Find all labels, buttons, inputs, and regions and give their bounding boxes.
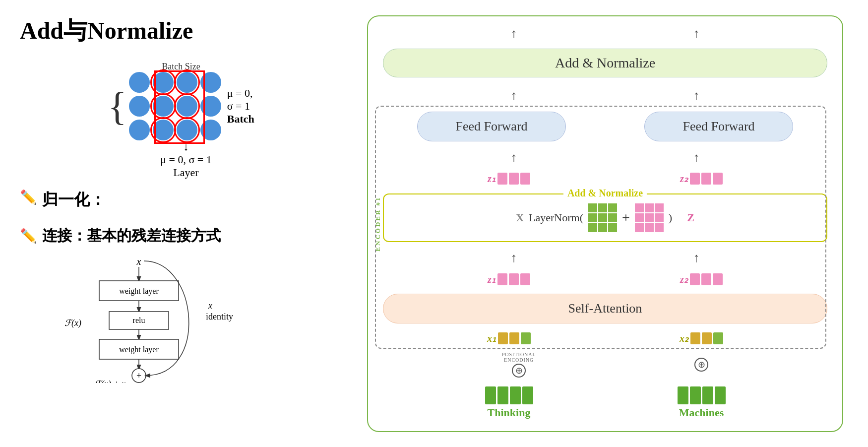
pos-enc-item-1: POSITIONALENCODING ⊕ (502, 352, 536, 378)
up-arrow-2: ↑ (693, 26, 700, 41)
layernorm-plus: + (622, 210, 630, 226)
x-label: X (516, 211, 524, 224)
batch-visualization: Batch Size { (35, 62, 327, 179)
x2-sa-b1 (690, 332, 700, 344)
grid-cell (177, 120, 197, 140)
top-arrows: ↑ ↑ (383, 26, 827, 41)
feed-forward-box-2: Feed Forward (644, 112, 793, 141)
z2-block-group-bot: z₂ (680, 273, 723, 285)
svg-text:ℱ(x): ℱ(x) (64, 318, 81, 328)
thinking-group: Thinking (485, 386, 533, 419)
thinking-b3 (510, 386, 521, 404)
connect-title: 连接：基本的残差连接方式 (42, 226, 221, 246)
sigma-one: σ = 1 (227, 100, 254, 113)
left-panel: Add与Normalize Batch Size { (0, 0, 347, 447)
x1-sa-label: x₁ (487, 332, 496, 344)
z1-block-2 (509, 173, 519, 185)
z1-blocks-bot (497, 273, 530, 285)
pencil-icon: ✏️ (20, 189, 37, 205)
add-normalize-top-label: Add & Normalize (555, 55, 655, 70)
svg-text:weight layer: weight layer (119, 287, 159, 296)
m-cell (655, 203, 664, 212)
grid-cell (200, 96, 221, 117)
z-blocks-bottom: z₁ z₂ (383, 273, 827, 285)
up-arrow-3: ↑ (511, 88, 517, 103)
x-matrix (588, 203, 617, 232)
m-cell (608, 213, 617, 222)
x2-sa-b3 (713, 332, 723, 344)
grid-cell (153, 120, 174, 140)
m-cell (608, 203, 617, 212)
up-arrow-8: ↑ (693, 251, 700, 265)
add-normalize-mid-label: Add & Normalize (563, 188, 647, 199)
machines-b1 (678, 386, 688, 404)
z1-block-3 (520, 173, 530, 185)
thinking-b1 (485, 386, 496, 404)
up-arrow-5: ↑ (511, 150, 517, 165)
brace-grid-row: { (108, 72, 254, 140)
z1-block-group-top: z₁ (488, 173, 530, 185)
layernorm-text: LayerNorm( (529, 211, 583, 224)
feed-forward-label-1: Feed Forward (455, 119, 527, 133)
thinking-blocks (485, 386, 533, 404)
add-normalize-top: Add & Normalize (383, 49, 827, 77)
residual-section: ✏️ 连接：基本的残差连接方式 x weight layer relu (20, 226, 327, 385)
z2-label-top: z₂ (680, 173, 688, 185)
svg-text:identity: identity (206, 312, 233, 321)
z2-block-b1 (690, 273, 700, 285)
machines-blocks (678, 386, 726, 404)
z1-block-group-bot: z₁ (488, 273, 530, 285)
pos-enc-label-1: POSITIONALENCODING (502, 352, 536, 363)
m-cell (635, 203, 644, 212)
page-title: Add与Normalize (20, 15, 327, 47)
self-attention-box: Self-Attention (383, 294, 827, 323)
thinking-label: Thinking (488, 406, 531, 419)
normalize-label: 归一化： (42, 189, 106, 211)
grid-cell (177, 96, 197, 117)
m-cell (645, 223, 654, 232)
grid-4x3 (129, 72, 221, 140)
svg-text:x: x (136, 256, 141, 267)
pos-enc-row: POSITIONALENCODING ⊕ ⊕ (383, 352, 827, 378)
feed-forward-row: Feed Forward Feed Forward (383, 112, 827, 141)
z-label-mid: Z (687, 211, 694, 224)
arrows-below-ff: ↑ ↑ (383, 150, 827, 165)
x-blocks-sa: x₁ x₂ (383, 332, 827, 344)
arrows-above-z-blocks: ↑ ↑ (383, 251, 827, 265)
encoder-label: ENCODER #1 (374, 196, 382, 251)
down-arrow-area: ↓ μ = 0, σ = 1 Layer (160, 140, 211, 179)
grid-cell (200, 120, 221, 140)
z1-label-bot: z₁ (488, 273, 496, 285)
svg-text:+: + (136, 371, 141, 381)
feed-forward-box-1: Feed Forward (417, 112, 566, 141)
z1-block-1 (497, 173, 507, 185)
batch-word: Batch (227, 113, 254, 126)
pos-enc-item-2: ⊕ (694, 358, 708, 372)
z2-blocks-top (690, 173, 723, 185)
machines-label: Machines (679, 406, 724, 419)
m-cell (655, 223, 664, 232)
add-normalize-mid: Add & Normalize X LayerNorm( + (383, 193, 827, 242)
x2-sa-b2 (702, 332, 712, 344)
x1-sa-blocks (498, 332, 531, 344)
mu-sigma-values: μ = 0, σ = 1 Batch (227, 87, 254, 126)
m-cell (645, 203, 654, 212)
batch-size-label: Batch Size (162, 62, 200, 72)
residual-title: ✏️ 连接：基本的残差连接方式 (20, 226, 327, 246)
machines-b3 (702, 386, 713, 404)
m-cell (598, 203, 607, 212)
m-cell (598, 213, 607, 222)
z2-block-b3 (713, 273, 723, 285)
mu-zero: μ = 0, (227, 87, 254, 100)
grid-cell (200, 72, 221, 93)
m-cell (588, 223, 597, 232)
z1-block-b2 (509, 273, 519, 285)
residual-svg: x weight layer relu weight layer (30, 254, 288, 383)
layer-equation: μ = 0, σ = 1 (160, 153, 211, 166)
m-cell (635, 213, 644, 222)
layernorm-row: X LayerNorm( + (394, 199, 816, 236)
x2-sa-label: x₂ (680, 332, 688, 344)
machines-group: Machines (678, 386, 726, 419)
brace-open: { (108, 86, 126, 126)
up-arrow-1: ↑ (511, 26, 517, 41)
